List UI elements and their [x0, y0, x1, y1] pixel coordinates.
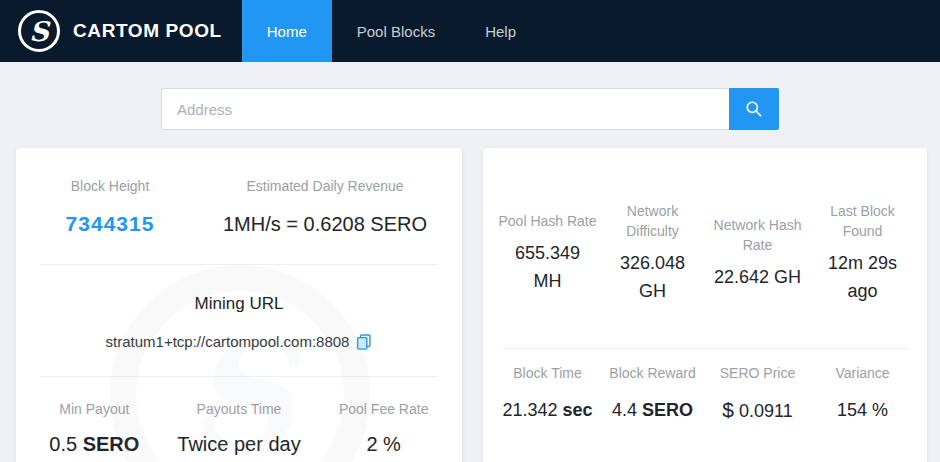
min-payout-label: Min Payout — [22, 399, 167, 419]
last-block-found-value: 12m 29s ago — [812, 249, 913, 305]
block-height-cell: Block Height 7344315 — [24, 176, 196, 238]
network-difficulty-cell: Network Difficulty 326.048 GH — [600, 201, 705, 305]
last-block-found-cell: Last Block Found 12m 29s ago — [810, 201, 915, 305]
pool-hash-rate-value: 655.349 MH — [497, 239, 598, 295]
variance-cell: Variance 154 % — [810, 363, 915, 424]
mining-url-title: Mining URL — [16, 293, 462, 315]
daily-revenue-label: Estimated Daily Revenue — [196, 176, 454, 196]
pool-hash-rate-cell: Pool Hash Rate 655.349 MH — [495, 211, 600, 295]
block-reward-label: Block Reward — [602, 363, 703, 383]
network-difficulty-label: Network Difficulty — [602, 201, 703, 241]
payouts-time-label: Payouts Time — [167, 399, 312, 419]
block-height-label: Block Height — [24, 176, 196, 196]
search-icon — [745, 100, 763, 118]
payout-info-row: Min Payout 0.5 SERO Payouts Time Twice p… — [16, 377, 462, 462]
block-reward-cell: Block Reward 4.4 SERO — [600, 363, 705, 424]
nav-menu: Home Pool Blocks Help — [242, 0, 541, 62]
pool-fee-rate-value: 2 % — [311, 431, 456, 457]
block-time-cell: Block Time 21.342 sec — [495, 363, 600, 424]
dollar-sign: $ — [722, 398, 734, 421]
nav-item-help[interactable]: Help — [460, 0, 541, 62]
block-reward-unit: SERO — [642, 400, 693, 420]
network-hash-rate-cell: Network Hash Rate 22.642 GH — [705, 215, 810, 291]
network-stats-row-2: Block Time 21.342 sec Block Reward 4.4 S… — [483, 349, 927, 424]
nav-item-home[interactable]: Home — [242, 0, 332, 62]
block-reward-value: 4.4 SERO — [602, 397, 703, 423]
sero-price-cell: SERO Price $ 0.0911 — [705, 363, 810, 424]
pool-hash-rate-unit: MH — [497, 267, 598, 295]
sero-price-label: SERO Price — [707, 363, 808, 383]
brand-name: CARTOM POOL — [73, 20, 222, 42]
network-stats-row-1: Pool Hash Rate 655.349 MH Network Diffic… — [483, 148, 927, 348]
pool-fee-rate-label: Pool Fee Rate — [311, 399, 456, 419]
block-height-value: 7344315 — [24, 210, 196, 238]
brand: S CARTOM POOL — [0, 0, 222, 62]
min-payout-cell: Min Payout 0.5 SERO — [22, 399, 167, 457]
variance-value: 154 % — [812, 397, 913, 423]
address-search-input[interactable] — [161, 88, 729, 130]
cards-row: Block Height 7344315 Estimated Daily Rev… — [0, 130, 940, 462]
last-block-found-label: Last Block Found — [812, 201, 913, 241]
pool-info-card: Block Height 7344315 Estimated Daily Rev… — [16, 148, 462, 462]
search-section — [0, 62, 940, 130]
copy-icon[interactable] — [356, 334, 372, 350]
min-payout-unit: SERO — [83, 433, 140, 455]
network-difficulty-value: 326.048 GH — [602, 249, 703, 305]
network-hash-rate-value: 22.642 GH — [707, 263, 808, 291]
pool-fee-rate-cell: Pool Fee Rate 2 % — [311, 399, 456, 457]
daily-revenue-value: 1MH/s = 0.6208 SERO — [196, 210, 454, 238]
nav-item-pool-blocks[interactable]: Pool Blocks — [332, 0, 460, 62]
block-time-unit: sec — [563, 400, 593, 420]
sero-logo-icon: S — [18, 10, 60, 52]
network-stats-card: Pool Hash Rate 655.349 MH Network Diffic… — [483, 148, 927, 462]
daily-revenue-cell: Estimated Daily Revenue 1MH/s = 0.6208 S… — [196, 176, 454, 238]
payouts-time-value: Twice per day — [167, 431, 312, 457]
network-difficulty-unit: GH — [602, 277, 703, 305]
mining-url-section: Mining URL stratum1+tcp://cartompool.com… — [16, 265, 462, 376]
navbar: S CARTOM POOL Home Pool Blocks Help — [0, 0, 940, 62]
block-time-value: 21.342 sec — [497, 397, 598, 423]
block-time-label: Block Time — [497, 363, 598, 383]
last-block-found-unit: ago — [812, 277, 913, 305]
search-box — [161, 88, 779, 130]
block-height-revenue-row: Block Height 7344315 Estimated Daily Rev… — [16, 148, 462, 264]
min-payout-value: 0.5 SERO — [22, 431, 167, 457]
network-hash-rate-label: Network Hash Rate — [707, 215, 808, 255]
mining-url-line: stratum1+tcp://cartompool.com:8808 — [16, 331, 462, 352]
sero-price-value: $ 0.0911 — [707, 397, 808, 424]
search-button[interactable] — [729, 88, 779, 130]
payouts-time-cell: Payouts Time Twice per day — [167, 399, 312, 457]
variance-label: Variance — [812, 363, 913, 383]
mining-url-value: stratum1+tcp://cartompool.com:8808 — [106, 331, 350, 352]
pool-hash-rate-label: Pool Hash Rate — [497, 211, 598, 231]
